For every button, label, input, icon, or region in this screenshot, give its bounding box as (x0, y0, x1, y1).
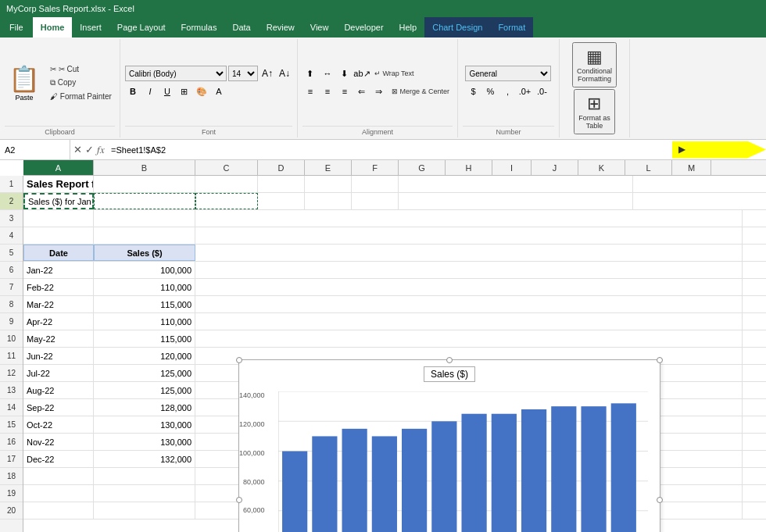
col-header-L[interactable]: L (625, 160, 672, 175)
menu-home[interactable]: Home (33, 17, 73, 37)
cell-B4[interactable] (94, 227, 195, 244)
row-num-9[interactable]: 9 (0, 313, 23, 330)
cell-A4[interactable] (23, 227, 94, 244)
row-num-2[interactable]: 2 (0, 193, 23, 210)
cell-A10[interactable]: May-22 (23, 330, 94, 347)
format-painter-button[interactable]: 🖌 Format Painter (47, 91, 115, 102)
row-num-17[interactable]: 17 (0, 451, 23, 468)
row-num-10[interactable]: 10 (0, 330, 23, 348)
cell-B17[interactable]: 132,000 (94, 451, 195, 467)
merge-center-button[interactable]: ⊠ Merge & Center (388, 86, 453, 97)
chart-container[interactable]: Sales ($) (238, 359, 660, 532)
col-header-I[interactable]: I (492, 160, 532, 175)
col-header-D[interactable]: D (258, 160, 305, 175)
cell-A2[interactable]: Sales ($) for Jan 2022 - Dec 2022 (23, 193, 94, 209)
cell-B2[interactable] (94, 193, 195, 209)
row-num-4[interactable]: 4 (0, 227, 23, 245)
cell-B9[interactable]: 110,000 (94, 313, 195, 330)
cell-B12[interactable]: 125,000 (94, 365, 195, 381)
decimal-increase-button[interactable]: .0+ (517, 84, 532, 99)
menu-page-layout[interactable]: Page Layout (109, 17, 174, 37)
row-num-1[interactable]: 1 (0, 176, 23, 193)
insert-function-button[interactable]: 𝑓𝑥 (97, 144, 105, 156)
row-num-18[interactable]: 18 (0, 468, 23, 485)
cell-B8[interactable]: 115,000 (94, 296, 195, 312)
cell-E1[interactable] (305, 176, 352, 192)
align-center-button[interactable]: ≡ (320, 84, 335, 99)
row-num-13[interactable]: 13 (0, 382, 23, 399)
cell-A8[interactable]: Mar-22 (23, 296, 94, 312)
align-top-button[interactable]: ⬆ (302, 66, 318, 81)
cell-B3[interactable] (94, 210, 195, 227)
comma-button[interactable]: , (499, 84, 515, 99)
chart-handle-mr[interactable] (657, 497, 663, 503)
menu-help[interactable]: Help (392, 17, 425, 37)
cancel-formula-button[interactable]: ✕ (73, 144, 82, 155)
number-format-select[interactable]: General (465, 66, 551, 81)
cell-F2[interactable] (352, 193, 399, 209)
menu-file[interactable]: File (0, 17, 33, 37)
cell-F1[interactable] (352, 176, 399, 192)
cell-A14[interactable]: Sep-22 (23, 399, 94, 416)
chart-handle-tr[interactable] (657, 357, 663, 363)
col-header-A[interactable]: A (23, 160, 94, 175)
cell-E2[interactable] (305, 193, 352, 209)
font-decrease-button[interactable]: A↓ (277, 66, 292, 81)
wrap-text-button[interactable]: ↵ Wrap Text (371, 68, 417, 79)
menu-data[interactable]: Data (224, 17, 258, 37)
bold-button[interactable]: B (125, 84, 141, 99)
decimal-decrease-button[interactable]: .0- (534, 84, 549, 99)
cell-B14[interactable]: 128,000 (94, 399, 195, 416)
col-header-F[interactable]: F (352, 160, 399, 175)
cell-A16[interactable]: Nov-22 (23, 434, 94, 450)
cell-D1[interactable] (258, 176, 305, 192)
cell-B20[interactable] (94, 502, 195, 519)
cell-A1[interactable]: Sales Report for MyCorp (23, 176, 94, 192)
font-increase-button[interactable]: A↑ (260, 66, 275, 81)
cell-A6[interactable]: Jan-22 (23, 262, 94, 278)
menu-format[interactable]: Format (490, 17, 533, 37)
align-right-button[interactable]: ≡ (337, 84, 353, 99)
cell-A11[interactable]: Jun-22 (23, 348, 94, 364)
cell-A5[interactable]: Date (23, 245, 94, 261)
row-num-5[interactable]: 5 (0, 245, 23, 262)
cell-B1[interactable] (94, 176, 195, 192)
cell-A17[interactable]: Dec-22 (23, 451, 94, 467)
conditional-formatting-button[interactable]: ▦ ConditionalFormatting (572, 42, 617, 87)
cell-G1[interactable] (399, 176, 633, 192)
chart-handle-tm[interactable] (446, 357, 453, 363)
font-name-select[interactable]: Calibri (Body) (125, 66, 227, 81)
cell-A13[interactable]: Aug-22 (23, 382, 94, 398)
cell-B5[interactable]: Sales ($) (94, 245, 195, 261)
row-num-8[interactable]: 8 (0, 296, 23, 313)
cell-reference-input[interactable] (0, 140, 70, 159)
copy-button[interactable]: ⧉ Copy (47, 77, 115, 89)
underline-button[interactable]: U (159, 84, 175, 99)
paste-button[interactable]: 📋 Paste (5, 64, 44, 102)
cell-C2[interactable] (195, 193, 258, 209)
cell-B7[interactable]: 110,000 (94, 279, 195, 295)
confirm-formula-button[interactable]: ✓ (85, 144, 94, 155)
cell-A3[interactable] (23, 210, 94, 227)
row-num-14[interactable]: 14 (0, 399, 23, 416)
cell-B15[interactable]: 130,000 (94, 416, 195, 433)
border-button[interactable]: ⊞ (177, 84, 192, 99)
increase-indent-button[interactable]: ⇒ (371, 84, 387, 99)
row-num-16[interactable]: 16 (0, 434, 23, 451)
fill-color-button[interactable]: 🎨 (194, 84, 209, 99)
row-num-12[interactable]: 12 (0, 365, 23, 382)
col-header-C[interactable]: C (195, 160, 258, 175)
align-left-button[interactable]: ≡ (302, 84, 318, 99)
font-size-select[interactable]: 14 (228, 66, 258, 81)
cell-D2[interactable] (258, 193, 305, 209)
cell-A19[interactable] (23, 485, 94, 502)
menu-chart-design[interactable]: Chart Design (424, 17, 490, 37)
cell-A15[interactable]: Oct-22 (23, 416, 94, 433)
cell-A7[interactable]: Feb-22 (23, 279, 94, 295)
col-header-G[interactable]: G (399, 160, 446, 175)
cell-B10[interactable]: 115,000 (94, 330, 195, 347)
cut-button[interactable]: ✂ ✂ Cut (47, 63, 115, 75)
chart-title[interactable]: Sales ($) (424, 366, 475, 382)
cell-A9[interactable]: Apr-22 (23, 313, 94, 330)
row-num-20[interactable]: 20 (0, 502, 23, 520)
